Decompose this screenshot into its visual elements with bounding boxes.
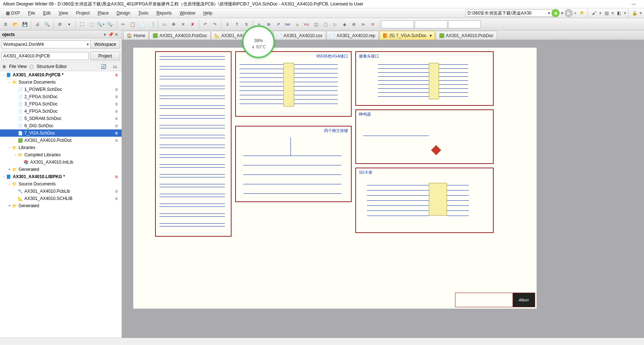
port-icon[interactable]: ⊳ [359, 20, 368, 29]
compile-icon[interactable]: ⚙ [55, 20, 64, 29]
tab-dropdown-icon[interactable]: ▾ [430, 33, 432, 38]
part-icon[interactable]: ◫ [312, 20, 320, 29]
address-input[interactable] [466, 9, 553, 17]
document-tab[interactable]: 📄AX301_AX4010.csv [273, 31, 326, 40]
tree-item[interactable]: 📄2_FPGA.SchDoc🗎 [0, 93, 122, 100]
tree-expander-icon[interactable]: - [13, 152, 17, 157]
tree-expander-icon[interactable]: - [7, 181, 12, 186]
menu-dxp[interactable]: ▦ DXP [2, 9, 24, 17]
harness-icon[interactable]: ⊕ [349, 20, 358, 29]
cut-icon[interactable]: ✂ [119, 20, 127, 29]
toolbar-dropdown-2[interactable] [415, 20, 447, 28]
mode-drop[interactable]: ▾ [624, 11, 626, 16]
undo-icon[interactable]: ↶ [201, 20, 210, 29]
toolbar-dropdown-3[interactable] [448, 20, 481, 28]
workspace-dropdown-icon[interactable]: ▾ [87, 42, 89, 47]
menu-file[interactable]: File [24, 9, 39, 17]
tree-item[interactable]: 📄1_POWER.SchDoc🗎 [0, 86, 122, 93]
tree-item[interactable]: 📄7_VGA.SchDoc🗎 [0, 129, 122, 137]
menu-place[interactable]: Place [94, 9, 112, 17]
cross-probe-icon[interactable]: ↯ [242, 20, 251, 29]
tree-item[interactable]: 🔧AX301_AX4010.PcbLib🗎 [0, 188, 122, 195]
layers-drop[interactable]: ▾ [612, 11, 614, 16]
zoom-fit-icon[interactable]: ⛶ [78, 20, 86, 29]
menu-window[interactable]: Window [176, 9, 199, 17]
tree-item[interactable]: -📁Libraries [0, 144, 122, 151]
tree-item[interactable]: 📄4_FPGA.SchDoc🗎 [0, 108, 122, 115]
tree-expander-icon[interactable]: + [7, 203, 12, 208]
tree-expander-icon[interactable]: + [7, 167, 12, 172]
new-icon[interactable]: 🗎 [1, 20, 10, 29]
panel-refresh-icon[interactable]: 🔄 [99, 62, 108, 71]
menu-design[interactable]: Design [113, 9, 134, 17]
vcc-icon[interactable]: Vcc [302, 20, 311, 29]
workspace-input[interactable] [1, 40, 92, 48]
sheet-symbol-icon[interactable]: ▢ [321, 20, 330, 29]
document-tab[interactable]: 🟩AX301_AX4010.PcbDoc [149, 31, 210, 40]
document-tab[interactable]: 📙(5) 7_VGA.SchDoc▾ [379, 31, 435, 40]
menu-project[interactable]: Project [72, 9, 93, 17]
file-view-radio[interactable] [2, 65, 6, 69]
tree-item[interactable]: 📄6_DIG.SchDoc🗎 [0, 122, 122, 129]
project-input[interactable] [1, 52, 89, 60]
menu-help[interactable]: Help [199, 9, 216, 17]
structure-editor-radio[interactable] [29, 65, 33, 69]
palette-drop[interactable]: ▾ [599, 11, 601, 16]
panel-close-icon[interactable]: ✕ [114, 32, 119, 37]
nav-forward-button[interactable]: ► [565, 9, 573, 17]
hierarchy-up-icon[interactable]: ⇑ [233, 20, 241, 29]
menu-tools[interactable]: Tools [135, 9, 152, 17]
zoom-out-icon[interactable]: 🔍- [106, 20, 115, 29]
document-tab[interactable]: 🏠Home [123, 31, 149, 40]
address-dropdown-icon[interactable]: ▾ [548, 11, 550, 16]
tree-expander-icon[interactable]: - [1, 174, 6, 179]
tree-expander-icon[interactable]: - [7, 145, 12, 150]
lock-drop[interactable]: ▾ [640, 11, 642, 16]
clear-icon[interactable]: ✘ [188, 20, 197, 29]
tree-expander-icon[interactable]: - [1, 72, 6, 77]
sheet-entry-icon[interactable]: ▷ [331, 20, 339, 29]
zoom-select-icon[interactable]: ⬚ [87, 20, 96, 29]
no-erc-icon[interactable]: ✕ [368, 20, 377, 29]
schematic-canvas[interactable]: 65536色VGA接口 摄像头接口 蜂鸣器 [122, 40, 644, 338]
layers-icon[interactable]: ▤ [602, 9, 611, 17]
paste-icon[interactable]: 📄 [138, 20, 146, 29]
nav-back-button[interactable]: ◄ [552, 9, 560, 17]
tree-item[interactable]: -📘AX301_AX4010.LIBPKG *🗎 [0, 173, 122, 180]
tree-item[interactable]: -📘AX301_AX4010.PrjPCB *🗎 [0, 71, 122, 79]
mode-icon[interactable]: ◧ [615, 9, 623, 17]
tree-item[interactable]: +📁Generated [0, 202, 122, 209]
favorite-button[interactable]: ★ [578, 9, 586, 17]
tree-item[interactable]: 📄3_FPGA.SchDoc🗎 [0, 100, 122, 108]
bus-entry-icon[interactable]: ↗ [274, 20, 283, 29]
zoom-in-icon[interactable]: 🔍+ [96, 20, 105, 29]
tree-item[interactable]: -📁Source Documents [0, 79, 122, 86]
toolbar-dropdown-1[interactable] [381, 20, 414, 28]
device-sheet-icon[interactable]: ◈ [340, 20, 349, 29]
panel-menu-icon[interactable]: ▾ [102, 32, 108, 37]
tree-item[interactable]: 📄5_SDRAM.SchDoc🗎 [0, 115, 122, 122]
preview-icon[interactable]: 🔍 [43, 20, 51, 29]
nav-fwd-drop[interactable]: ▾ [574, 11, 576, 16]
redo-icon[interactable]: ↷ [210, 20, 219, 29]
tree-item[interactable]: 📚AX301_AX4010.IntLib [0, 159, 122, 166]
tree-item[interactable]: 🟩AX301_AX4010.PcbDoc🗎 [0, 137, 122, 144]
tree-item[interactable]: -📁Source Documents [0, 180, 122, 188]
compile-drop-icon[interactable]: ▾ [65, 20, 74, 29]
deselect-icon[interactable]: ✕ [179, 20, 187, 29]
select-rect-icon[interactable]: ▭ [160, 20, 169, 29]
tree-expander-icon[interactable]: - [7, 80, 12, 85]
tree-item[interactable]: 📐AX301_AX4010.SCHLIB🗎 [0, 195, 122, 202]
open-icon[interactable]: 📂 [11, 20, 20, 29]
workspace-button[interactable]: Workspace [90, 40, 120, 49]
hierarchy-down-icon[interactable]: ⇓ [223, 20, 232, 29]
rubber-stamp-icon[interactable]: 📑 [147, 20, 156, 29]
move-icon[interactable]: ✥ [169, 20, 178, 29]
print-icon[interactable]: 🖨 [33, 20, 42, 29]
lock-icon[interactable]: 🔒 [630, 9, 639, 17]
panel-options-icon[interactable]: 🗂 [111, 62, 119, 71]
menu-reports[interactable]: Reports [153, 9, 175, 17]
nav-back-drop[interactable]: ▾ [561, 11, 563, 16]
project-button[interactable]: Project [90, 52, 120, 60]
save-icon[interactable]: 💾 [20, 20, 29, 29]
